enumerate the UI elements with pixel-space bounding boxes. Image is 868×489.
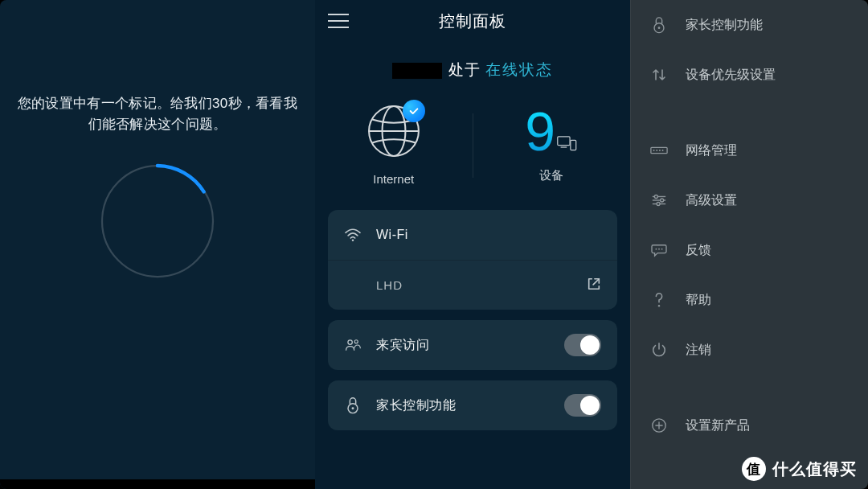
- svg-point-23: [661, 199, 664, 202]
- status-line: 处于 在线状态: [315, 42, 630, 95]
- svg-rect-4: [558, 136, 570, 145]
- devices-icon: [557, 136, 578, 152]
- watermark-badge-icon: 值: [742, 457, 766, 481]
- parental-label: 家长控制功能: [376, 397, 550, 414]
- loading-message: 您的设置中有一个标记。给我们30秒，看看我们能否解决这个问题。: [0, 93, 315, 134]
- control-panel: 控制面板 处于 在线状态 Internet: [315, 0, 630, 489]
- watermark-text: 什么值得买: [772, 458, 857, 480]
- parental-toggle[interactable]: [564, 394, 601, 417]
- wifi-row[interactable]: Wi-Fi: [328, 210, 617, 260]
- chat-icon: [650, 243, 668, 257]
- menu-item-advanced[interactable]: 高级设置: [631, 175, 868, 225]
- devices-label: 设备: [539, 168, 563, 183]
- menu-label: 网络管理: [686, 142, 737, 159]
- menu-item-logout[interactable]: 注销: [631, 325, 868, 375]
- header: 控制面板: [315, 0, 630, 42]
- parental-row[interactable]: 家长控制功能: [328, 380, 617, 430]
- power-icon: [650, 342, 668, 358]
- wifi-ssid: LHD: [376, 278, 572, 292]
- status-value: 在线状态: [485, 61, 553, 78]
- lock-icon: [344, 397, 362, 414]
- loading-spinner: [97, 161, 218, 285]
- device-count: 9: [525, 107, 554, 156]
- svg-point-28: [661, 249, 663, 250]
- priority-icon: [650, 67, 668, 83]
- svg-point-10: [354, 340, 358, 343]
- svg-rect-5: [561, 146, 567, 147]
- menu-label: 反馈: [686, 242, 711, 259]
- svg-point-7: [352, 239, 354, 241]
- menu-label: 家长控制功能: [686, 17, 763, 34]
- svg-point-12: [352, 407, 354, 409]
- internet-status-block[interactable]: Internet: [315, 105, 473, 186]
- svg-line-8: [593, 278, 599, 284]
- svg-point-18: [659, 150, 661, 151]
- svg-point-21: [654, 195, 657, 198]
- svg-point-25: [657, 203, 660, 206]
- svg-point-16: [653, 150, 655, 151]
- internet-label: Internet: [373, 172, 414, 186]
- status-prefix: 处于: [448, 61, 485, 78]
- svg-point-19: [662, 150, 664, 151]
- svg-point-9: [348, 340, 352, 344]
- external-link-icon: [587, 277, 601, 294]
- redacted-name: [392, 63, 442, 79]
- guest-access-row[interactable]: 来宾访问: [328, 320, 617, 370]
- svg-point-29: [658, 305, 660, 306]
- menu-label: 注销: [686, 342, 711, 359]
- menu-label: 设置新产品: [686, 417, 750, 434]
- guest-toggle[interactable]: [564, 334, 601, 356]
- menu-item-addproduct[interactable]: 设置新产品: [631, 401, 868, 450]
- network-icon: [650, 145, 668, 156]
- wifi-ssid-row[interactable]: LHD: [328, 260, 617, 310]
- menu-label: 设备优先级设置: [686, 67, 776, 84]
- menu-item-feedback[interactable]: 反馈: [631, 225, 868, 275]
- menu-item-priority[interactable]: 设备优先级设置: [631, 50, 868, 100]
- page-title: 控制面板: [439, 10, 506, 32]
- menu-icon[interactable]: [328, 14, 349, 28]
- help-icon: [650, 292, 668, 308]
- menu-drawer: 家长控制功能 设备优先级设置 网络管理 高级设置: [630, 0, 868, 489]
- guest-label: 来宾访问: [376, 337, 550, 354]
- menu-item-parentalcontrol[interactable]: 家长控制功能: [631, 0, 868, 50]
- guest-card: 来宾访问: [328, 320, 617, 370]
- guest-icon: [344, 338, 362, 352]
- watermark: 值 什么值得买: [742, 457, 857, 481]
- menu-item-network[interactable]: 网络管理: [631, 125, 868, 175]
- parental-card: 家长控制功能: [328, 380, 617, 430]
- sliders-icon: [650, 193, 668, 208]
- menu-label: 帮助: [686, 292, 711, 309]
- check-badge-icon: [403, 100, 425, 122]
- svg-point-27: [658, 249, 660, 250]
- wifi-card: Wi-Fi LHD: [328, 210, 617, 310]
- lock-icon: [650, 16, 668, 34]
- svg-point-26: [656, 249, 657, 250]
- bottom-bar: [0, 479, 315, 489]
- plus-icon: [650, 417, 668, 434]
- loading-panel: 您的设置中有一个标记。给我们30秒，看看我们能否解决这个问题。: [0, 0, 315, 489]
- wifi-icon: [344, 228, 362, 242]
- wifi-label: Wi-Fi: [376, 228, 601, 242]
- svg-rect-6: [571, 140, 576, 150]
- menu-item-help[interactable]: 帮助: [631, 275, 868, 325]
- menu-label: 高级设置: [686, 192, 737, 209]
- svg-point-17: [656, 150, 657, 151]
- devices-status-block[interactable]: 9 设备: [473, 107, 631, 183]
- svg-point-14: [658, 27, 661, 29]
